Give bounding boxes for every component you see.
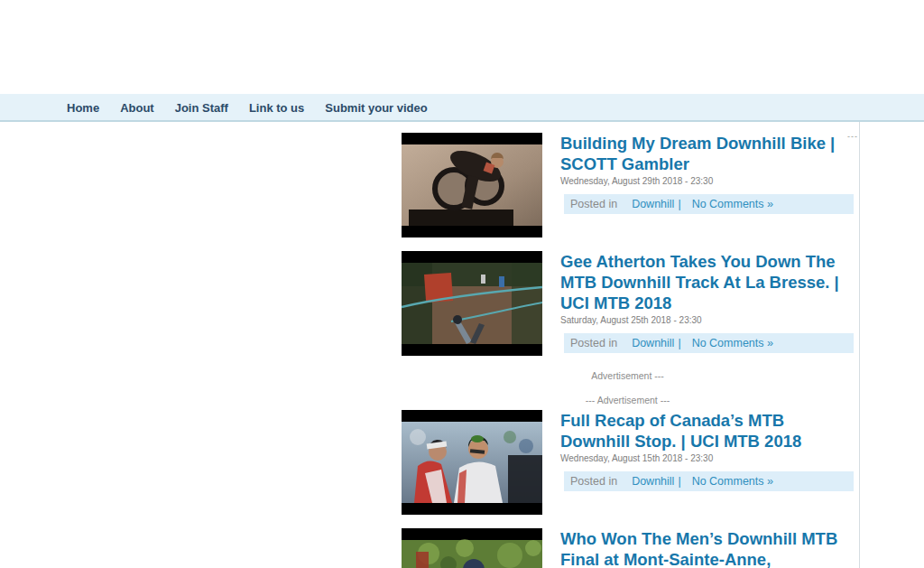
nav-list: Home About Join Staff Link to us Submit … [0,94,924,120]
post-body: Gee Atherton Takes You Down The MTB Down… [560,251,854,353]
thumbnail-pov-downhill-image [402,251,542,356]
post-body: Building My Dream Downhill Bike | SCOTT … [560,133,854,214]
post-title: Building My Dream Downhill Bike | SCOTT … [560,133,854,174]
thumbnail-trick-indoors-image [402,133,542,237]
page: Home About Join Staff Link to us Submit … [0,0,924,568]
meta-separator: | [678,198,680,210]
thumbnail-forest-rider-image [402,528,542,568]
video-thumbnail-link[interactable] [402,410,542,515]
category-link[interactable]: Downhill [632,337,674,349]
category-link[interactable]: Downhill [632,198,674,210]
category-link[interactable]: Downhill [632,475,674,488]
post-date: Wednesday, August 29th 2018 - 23:30 [560,176,854,186]
header-banner-area [0,0,924,94]
post-title: Gee Atherton Takes You Down The MTB Down… [560,251,854,313]
post: Who Won The Men’s Downhill MTB Final at … [402,528,854,568]
comments-link[interactable]: No Comments » [692,337,773,349]
post-list: Building My Dream Downhill Bike | SCOTT … [402,133,854,568]
video-thumbnail-link[interactable] [402,133,542,237]
video-thumbnail-link[interactable] [402,251,542,356]
post: Building My Dream Downhill Bike | SCOTT … [402,133,854,237]
post-meta-bar: Posted inDownhill|No Comments » [564,471,854,491]
posted-in-label: Posted in [570,198,617,210]
nav-link-about[interactable]: About [120,101,154,115]
nav-link-home[interactable]: Home [67,101,99,115]
nav-link-link-to-us[interactable]: Link to us [249,101,304,115]
posted-in-label: Posted in [570,337,617,349]
post-title-link[interactable]: Full Recap of Canada’s MTB Downhill Stop… [560,411,801,451]
comments-link[interactable]: No Comments » [692,475,773,488]
video-thumbnail-link[interactable] [402,528,542,568]
thumbnail-racers-finish-area-image [402,410,542,515]
nav-link-join-staff[interactable]: Join Staff [175,101,228,115]
meta-separator: | [678,337,680,349]
post: Gee Atherton Takes You Down The MTB Down… [402,251,854,356]
post-title-link[interactable]: Building My Dream Downhill Bike | SCOTT … [560,134,835,173]
meta-separator: | [678,475,680,488]
post-title: Who Won The Men’s Downhill MTB Final at … [560,528,854,568]
content-sidebar-divider [859,122,860,568]
advertisement-block: Advertisement --- --- Advertisement --- [402,370,854,406]
post-title: Full Recap of Canada’s MTB Downhill Stop… [560,410,854,452]
post-title-link[interactable]: Who Won The Men’s Downhill MTB Final at … [560,529,837,568]
main-nav: Home About Join Staff Link to us Submit … [0,94,924,122]
post-body: Full Recap of Canada’s MTB Downhill Stop… [560,410,854,491]
advertisement-label-bottom: --- Advertisement --- [402,395,854,406]
comments-link[interactable]: No Comments » [692,198,773,210]
nav-link-submit-your-video[interactable]: Submit your video [325,101,427,115]
advertisement-label-top: Advertisement --- [402,370,854,382]
post-date: Saturday, August 25th 2018 - 23:30 [560,315,854,325]
post-meta-bar: Posted inDownhill|No Comments » [564,194,854,214]
posted-in-label: Posted in [570,475,617,488]
post-body: Who Won The Men’s Downhill MTB Final at … [560,528,854,568]
post-date: Wednesday, August 15th 2018 - 23:30 [560,453,854,463]
post-meta-bar: Posted inDownhill|No Comments » [564,333,854,353]
post-title-link[interactable]: Gee Atherton Takes You Down The MTB Down… [560,252,839,312]
post: Full Recap of Canada’s MTB Downhill Stop… [402,410,854,515]
